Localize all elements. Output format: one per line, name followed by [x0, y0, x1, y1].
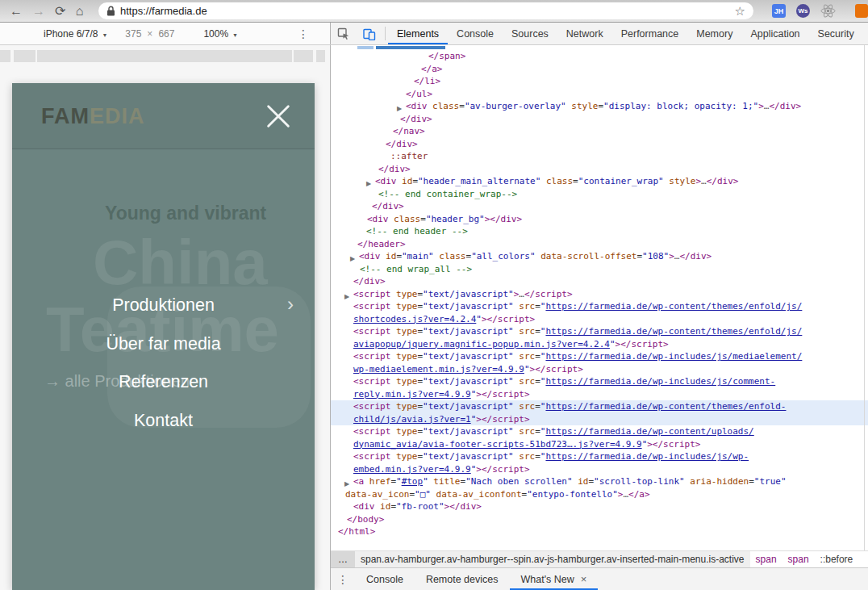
code-line[interactable]: </div> [331, 200, 868, 213]
code-token: style [566, 101, 599, 111]
back-icon[interactable]: ← [10, 3, 23, 19]
code-line[interactable]: <script type="text/javascript" src="http… [331, 425, 868, 438]
menu-item-produktionen[interactable]: Produktionen [112, 287, 215, 325]
device-more-options-icon[interactable]: ⋮ [298, 27, 309, 40]
viewport-height-field[interactable]: 667 [158, 28, 174, 40]
code-line[interactable]: ▶<div class="av-burger-overlay" style="d… [331, 100, 868, 113]
devtools-tab-memory[interactable]: Memory [687, 23, 741, 44]
code-line[interactable]: <script type="text/javascript" src="http… [331, 325, 868, 338]
code-token: = [535, 401, 540, 412]
code-line[interactable]: </div> [331, 163, 868, 176]
code-line[interactable]: ▶<div id="header_main_alternate" class="… [331, 175, 868, 188]
code-line[interactable]: ::after [331, 150, 868, 163]
code-line[interactable]: <script type="text/javascript" src="http… [331, 350, 868, 363]
code-token: "text/javascript" [423, 451, 514, 462]
code-line[interactable]: shortcodes.js?ver=4.2.4"></script> [331, 313, 868, 326]
close-icon[interactable]: × [581, 573, 587, 585]
code-line[interactable]: <script type="text/javascript" src="http… [331, 375, 868, 388]
code-token: > [758, 101, 764, 111]
drawer-tab-what-s-new[interactable]: What's New× [510, 568, 599, 590]
extensions-area: JH Ws [762, 3, 868, 19]
toolbar-row: iPhone 6/7/8▼ 375 × 667 100%▼ ⋮ Elements… [0, 23, 868, 45]
devtools-tab-elements[interactable]: Elements [388, 23, 448, 44]
devtools-tab-console[interactable]: Console [448, 23, 503, 44]
viewport-width-field[interactable]: 375 [125, 28, 141, 40]
code-line[interactable]: aviapopup/jquery.magnific-popup.min.js?v… [331, 338, 868, 351]
code-line[interactable]: <!-- end wrap_all --> [331, 263, 868, 276]
code-token: <div [375, 176, 397, 186]
code-line[interactable]: ▶<div id="main" class="all_colors" data-… [331, 250, 868, 263]
drawer-tab-console[interactable]: Console [355, 568, 415, 590]
code-line[interactable]: <!-- end header --> [331, 225, 868, 238]
drawer-menu-icon[interactable]: ⋮ [331, 568, 355, 590]
bookmark-star-icon[interactable]: ☆ [735, 5, 745, 17]
scrollbar[interactable] [864, 45, 865, 550]
devtools-tab-performance[interactable]: Performance [612, 23, 688, 44]
breadcrumb-item[interactable]: span [782, 551, 815, 567]
code-line[interactable]: <div id="fb-root"></div> [331, 500, 868, 513]
code-line[interactable]: </nav> [331, 125, 868, 138]
code-line[interactable]: data-av_icon="□" data-av_iconfont="entyp… [331, 488, 868, 501]
code-line[interactable]: </li> [331, 75, 868, 88]
code-token: "header_main_alternate" [418, 176, 540, 186]
devtools-tab-sources[interactable]: Sources [503, 23, 557, 44]
breadcrumb-item[interactable]: … [331, 551, 355, 567]
drawer-tab-remote-devices[interactable]: Remote devices [415, 568, 510, 590]
devtools-tab-security[interactable]: Security [809, 23, 863, 44]
device-toggle-icon[interactable] [357, 23, 382, 44]
code-token: <div [359, 251, 381, 262]
address-bar[interactable]: https://farmedia.de ☆ [98, 2, 753, 19]
code-line[interactable]: reply.min.js?ver=4.9.9"></script> [331, 388, 868, 401]
extension-jh-icon[interactable]: JH [772, 4, 786, 18]
code-token: "Nach oben scrollen" [465, 476, 572, 487]
code-line[interactable]: <script type="text/javascript" src="http… [331, 300, 868, 313]
code-token: "main" [402, 251, 434, 262]
code-line[interactable]: ▶<script type="text/javascript">…</scrip… [331, 288, 868, 301]
code-line[interactable]: <script type="text/javascript" src="http… [331, 400, 868, 413]
code-line[interactable]: ▶<a href="#top" title="Nach oben scrolle… [331, 475, 868, 488]
devtools-tab-application[interactable]: Application [741, 23, 808, 44]
code-line[interactable]: <script type="text/javascript" src="http… [331, 450, 868, 463]
reload-icon[interactable]: ⟳ [55, 3, 65, 19]
code-token: "text/javascript" [423, 351, 514, 362]
code-line[interactable]: </header> [331, 238, 868, 251]
code-token: </div> [707, 176, 739, 186]
breadcrumb-item[interactable]: ::before [815, 551, 859, 567]
code-line[interactable]: <div class="header_bg"></div> [331, 213, 868, 226]
react-devtools-icon[interactable] [820, 3, 836, 19]
code-line[interactable]: </div> [331, 275, 868, 288]
breadcrumb-item[interactable]: span [750, 551, 782, 567]
menu-item--ber-far-media[interactable]: Über far media [106, 325, 220, 364]
code-token: ></script> [530, 364, 583, 375]
code-line[interactable]: dynamic_avia/avia-footer-scripts-51bd723… [331, 438, 868, 451]
code-line[interactable]: </body> [331, 513, 868, 526]
device-select[interactable]: iPhone 6/7/8▼ [44, 28, 107, 40]
chevron-right-icon[interactable]: › [287, 293, 294, 316]
code-token: </li> [414, 76, 440, 86]
inspect-element-icon[interactable] [331, 23, 357, 44]
code-line[interactable]: child/js/avia.js?ver=1"></script> [331, 413, 868, 426]
breadcrumb-item[interactable]: span.av-hamburger.av-hamburger--spin.av-… [355, 551, 750, 567]
code-line[interactable]: </html> [331, 525, 868, 538]
close-icon[interactable] [261, 99, 295, 133]
code-line[interactable]: </a> [331, 63, 868, 76]
code-line[interactable]: wp-mediaelement.min.js?ver=4.9.9"></scri… [331, 363, 868, 376]
code-line[interactable]: embed.min.js?ver=4.9.9"></script> [331, 463, 868, 476]
code-line[interactable]: </ul> [331, 88, 868, 101]
forward-icon[interactable]: → [32, 3, 45, 19]
extension-ws-icon[interactable]: Ws [796, 4, 810, 18]
code-line[interactable]: <!-- end container_wrap--> [331, 188, 868, 201]
code-line[interactable]: </div> [331, 138, 868, 151]
menu-item-kontakt[interactable]: Kontakt [134, 402, 193, 441]
code-token: "text/javascript" [423, 326, 514, 337]
code-token: type [390, 401, 417, 412]
home-icon[interactable]: ⌂ [75, 3, 84, 19]
devtools-tab-network[interactable]: Network [557, 23, 612, 44]
zoom-select[interactable]: 100%▼ [203, 28, 238, 40]
code-line[interactable]: </div> [331, 113, 868, 126]
code-token: … [519, 289, 524, 299]
extension-orange-icon[interactable] [855, 4, 868, 18]
code-token: " [524, 364, 530, 375]
menu-item-referenzen[interactable]: Referenzen [119, 363, 208, 402]
code-line[interactable]: </span> [331, 50, 868, 63]
